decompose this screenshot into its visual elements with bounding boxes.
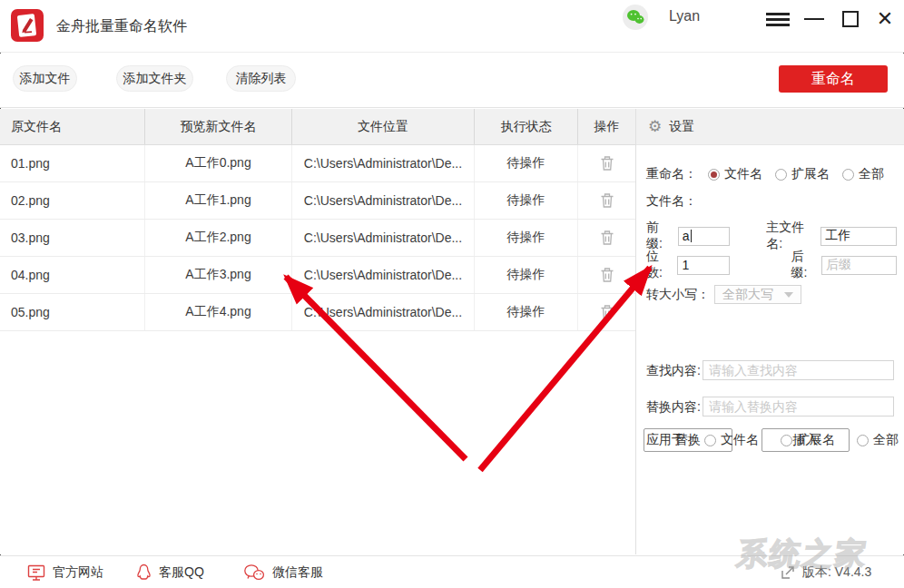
- col-actions: 操作: [578, 109, 635, 144]
- radio-circle[interactable]: [781, 435, 792, 446]
- delete-row-icon[interactable]: [578, 182, 635, 219]
- preview-name: A工作2.png: [145, 220, 292, 256]
- col-file-location: 文件位置: [292, 109, 475, 144]
- version-icon: [781, 565, 795, 580]
- replace-input[interactable]: [703, 397, 894, 416]
- menu-icon[interactable]: [766, 7, 790, 31]
- status-text: 待操作: [475, 220, 578, 256]
- wechat-login-icon[interactable]: [623, 5, 648, 30]
- file-location: C:\Users\Administrator\De...: [292, 294, 475, 330]
- app-window: 金舟批量重命名软件 Lyan ✕ 添加文件 添加文件夹 清除列表 重命名 原文件…: [0, 0, 904, 588]
- radio-circle[interactable]: [708, 169, 720, 181]
- apply-radio-filename[interactable]: 文件名: [704, 432, 759, 448]
- settings-panel: ⚙ 设置 重命名： 文件名 扩展名 全部 文件名： 前缀: a 主文件名:: [636, 109, 904, 554]
- radio-extension[interactable]: 扩展名: [775, 166, 830, 182]
- replace-label: 替换内容:: [646, 399, 701, 416]
- apply-to-label: 应用于：: [646, 432, 697, 448]
- table-row[interactable]: 04.png A工作3.png C:\Users\Administrator\D…: [0, 257, 635, 294]
- original-name: 03.png: [0, 220, 145, 256]
- radio-circle[interactable]: [857, 435, 869, 446]
- preview-name: A工作1.png: [145, 182, 292, 219]
- add-folder-button[interactable]: 添加文件夹: [116, 65, 193, 92]
- radio-circle[interactable]: [775, 169, 787, 181]
- file-table: 原文件名 预览新文件名 文件位置 执行状态 操作 01.png A工作0.png…: [0, 109, 635, 554]
- gear-icon: ⚙: [648, 119, 662, 134]
- file-location: C:\Users\Administrator\De...: [292, 182, 475, 219]
- titlebar: 金舟批量重命名软件 Lyan ✕: [0, 0, 904, 53]
- preview-name: A工作4.png: [145, 294, 292, 330]
- add-file-button[interactable]: 添加文件: [13, 65, 77, 92]
- delete-row-icon[interactable]: [578, 145, 635, 181]
- file-location: C:\Users\Administrator\De...: [292, 257, 475, 293]
- filename-section-label: 文件名：: [646, 193, 697, 210]
- status-text: 待操作: [475, 294, 578, 330]
- table-row[interactable]: 02.png A工作1.png C:\Users\Administrator\D…: [0, 182, 635, 220]
- original-name: 01.png: [0, 145, 145, 181]
- suffix-input[interactable]: 后缀: [821, 256, 897, 275]
- find-label: 查找内容:: [646, 363, 701, 379]
- maximize-icon[interactable]: [839, 7, 862, 31]
- radio-filename[interactable]: 文件名: [708, 166, 762, 182]
- app-logo-icon: [11, 9, 44, 42]
- status-text: 待操作: [475, 145, 578, 181]
- radio-all[interactable]: 全部: [842, 166, 884, 182]
- main-name-label: 主文件名:: [766, 220, 817, 252]
- apply-radio-all[interactable]: 全部: [857, 432, 899, 448]
- digits-input[interactable]: 1: [677, 256, 729, 275]
- user-name[interactable]: Lyan: [669, 8, 700, 24]
- prefix-row: 前缀: a 主文件名: 工作: [646, 220, 897, 252]
- original-name: 05.png: [0, 294, 145, 330]
- table-row[interactable]: 01.png A工作0.png C:\Users\Administrator\D…: [0, 145, 635, 182]
- rename-button[interactable]: 重命名: [779, 65, 888, 93]
- apply-radio-extension[interactable]: 扩展名: [781, 432, 835, 448]
- find-input[interactable]: [703, 360, 894, 380]
- radio-circle[interactable]: [842, 169, 854, 181]
- delete-row-icon[interactable]: [578, 294, 635, 330]
- preview-name: A工作3.png: [145, 257, 292, 293]
- case-row: 转大小写： 全部大写: [646, 285, 801, 304]
- status-text: 待操作: [475, 257, 578, 293]
- file-location: C:\Users\Administrator\De...: [292, 145, 475, 181]
- main-name-input[interactable]: 工作: [820, 227, 897, 246]
- status-text: 待操作: [475, 182, 578, 219]
- wechat-icon: [243, 564, 265, 582]
- prefix-input[interactable]: a: [678, 227, 731, 246]
- case-dropdown[interactable]: 全部大写: [714, 285, 801, 304]
- settings-header: ⚙ 设置: [636, 109, 904, 145]
- minimize-icon[interactable]: [802, 7, 826, 31]
- delete-row-icon[interactable]: [578, 220, 635, 256]
- clear-list-button[interactable]: 清除列表: [226, 65, 296, 92]
- close-icon[interactable]: ✕: [873, 7, 897, 31]
- table-header: 原文件名 预览新文件名 文件位置 执行状态 操作: [0, 109, 635, 145]
- table-row[interactable]: 05.png A工作4.png C:\Users\Administrator\D…: [0, 294, 635, 331]
- rename-target-label: 重命名：: [646, 166, 697, 182]
- qq-support-link[interactable]: 客服QQ: [136, 563, 204, 583]
- version-info: 版本: V4.4.3: [781, 563, 871, 583]
- footer: 官方网站 客服QQ 微信客服 版本: V4.4.3: [0, 555, 904, 588]
- qq-icon: [136, 564, 152, 582]
- digits-label: 位数:: [646, 249, 673, 281]
- preview-name: A工作0.png: [145, 145, 292, 181]
- radio-circle[interactable]: [704, 435, 716, 446]
- file-location: C:\Users\Administrator\De...: [292, 220, 475, 256]
- table-row[interactable]: 03.png A工作2.png C:\Users\Administrator\D…: [0, 220, 635, 257]
- monitor-icon: [27, 564, 45, 582]
- rename-target-row: 重命名： 文件名 扩展名 全部: [646, 166, 884, 182]
- original-name: 04.png: [0, 257, 145, 293]
- col-preview-name: 预览新文件名: [145, 109, 292, 144]
- col-original-name: 原文件名: [0, 109, 145, 144]
- toolbar: 添加文件 添加文件夹 清除列表 重命名: [0, 54, 904, 108]
- original-name: 02.png: [0, 182, 145, 219]
- apply-to-row: 应用于： 文件名 扩展名 全部: [646, 432, 899, 448]
- digits-row: 位数: 1 后缀: 后缀: [646, 249, 897, 281]
- wechat-support-link[interactable]: 微信客服: [243, 563, 323, 583]
- delete-row-icon[interactable]: [578, 257, 635, 293]
- app-title: 金舟批量重命名软件: [56, 17, 187, 36]
- suffix-label: 后缀:: [791, 249, 818, 281]
- settings-title: 设置: [669, 119, 694, 135]
- chevron-down-icon: [784, 292, 793, 298]
- prefix-label: 前缀:: [646, 220, 673, 252]
- official-website-link[interactable]: 官方网站: [27, 563, 103, 583]
- case-label: 转大小写：: [646, 287, 710, 303]
- version-text: 版本: V4.4.3: [802, 564, 871, 581]
